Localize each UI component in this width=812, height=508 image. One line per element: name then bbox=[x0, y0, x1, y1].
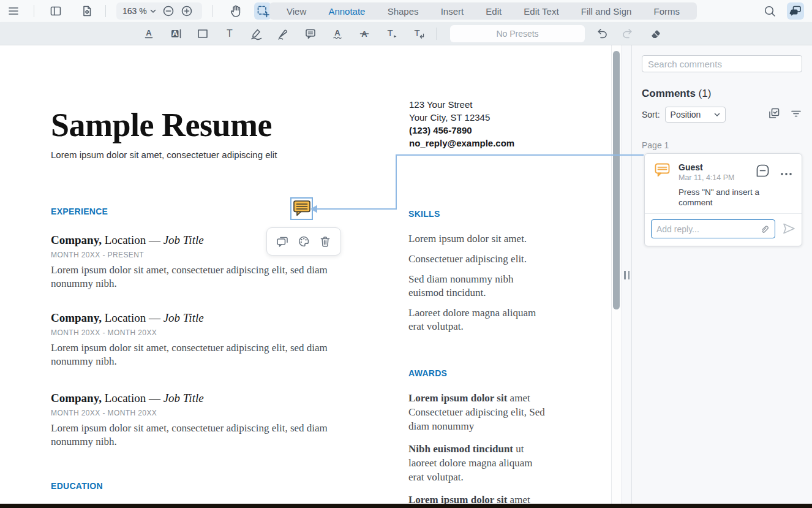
page-settings-button[interactable] bbox=[78, 2, 96, 20]
toolbar-divider bbox=[212, 5, 213, 17]
reply-box bbox=[651, 219, 775, 238]
entry-company: Company, bbox=[51, 233, 102, 246]
annotate-toolbar: A A T A A T T bbox=[0, 22, 812, 45]
pdf-editor-app: 163 % View Annotate Shapes Insert Edit E… bbox=[0, 0, 812, 508]
note-comment-button[interactable] bbox=[273, 232, 291, 251]
sort-value: Position bbox=[671, 110, 701, 119]
entry-body: Lorem ipsum dolor sit amet, consectetuer… bbox=[51, 263, 352, 290]
sort-label: Sort: bbox=[642, 110, 660, 119]
undo-button[interactable] bbox=[593, 25, 610, 42]
entry-location: Location — bbox=[102, 233, 164, 246]
tool-strikeout-button[interactable]: A bbox=[356, 25, 373, 42]
svg-text:T: T bbox=[414, 28, 419, 38]
resume-title: Sample Resume bbox=[51, 106, 272, 144]
panel-resize-gutter bbox=[621, 45, 631, 504]
tab-annotate[interactable]: Annotate bbox=[328, 6, 365, 17]
eraser-button[interactable] bbox=[647, 25, 664, 42]
comment-author: Guest bbox=[679, 162, 703, 172]
more-options-button[interactable] bbox=[780, 168, 793, 179]
tool-insert-text-button[interactable]: T bbox=[410, 25, 427, 42]
eraser-icon bbox=[648, 27, 662, 40]
skill-item: Lorem ipsum dolor sit amet. bbox=[408, 232, 542, 246]
contact-block: 123 Your Street Your City, ST 12345 (123… bbox=[409, 98, 514, 150]
zoom-in-button[interactable] bbox=[178, 2, 195, 20]
tool-highlighter-button[interactable] bbox=[248, 25, 265, 42]
delete-annotation-button[interactable] bbox=[316, 232, 334, 251]
tab-edit-text[interactable]: Edit Text bbox=[524, 6, 558, 17]
contact-email: no_reply@example.com bbox=[409, 137, 514, 150]
reply-input[interactable] bbox=[652, 224, 759, 234]
experience-entry: Company, Location — Job Title MONTH 20XX… bbox=[51, 391, 352, 449]
comments-panel: Comments (1) Sort: Position bbox=[631, 45, 812, 504]
tool-squiggly-button[interactable]: A bbox=[329, 25, 346, 42]
tab-forms[interactable]: Forms bbox=[653, 6, 680, 17]
attach-file-button[interactable] bbox=[759, 224, 775, 235]
filter-comments-button[interactable] bbox=[789, 107, 803, 123]
zoom-controls: 163 % bbox=[116, 2, 202, 20]
zoom-level-dropdown[interactable]: 163 % bbox=[120, 6, 159, 16]
trash-icon bbox=[318, 235, 332, 248]
comment-timestamp: Mar 11, 4:14 PM bbox=[679, 173, 734, 182]
tool-sticky-note-button[interactable] bbox=[302, 25, 319, 42]
tool-rectangle-button[interactable] bbox=[194, 25, 211, 42]
search-button[interactable] bbox=[761, 2, 778, 20]
marquee-select-icon bbox=[256, 4, 269, 18]
sidebar-toggle-button[interactable] bbox=[47, 2, 64, 20]
document-scrollbar bbox=[611, 45, 621, 504]
document-page[interactable]: Sample Resume Lorem ipsum dolor sit amet… bbox=[0, 45, 611, 504]
color-palette-button[interactable] bbox=[295, 232, 313, 251]
send-icon bbox=[781, 221, 797, 236]
marquee-select-button[interactable] bbox=[254, 2, 271, 20]
pan-tool-button[interactable] bbox=[228, 2, 245, 20]
tool-underline-button[interactable]: A bbox=[140, 25, 157, 42]
contact-street: 123 Your Street bbox=[409, 98, 514, 111]
comments-icon bbox=[789, 4, 802, 18]
entry-job-title: Job Title bbox=[164, 392, 204, 404]
sticky-note-icon bbox=[293, 200, 311, 218]
multi-select-comments-button[interactable] bbox=[767, 107, 781, 123]
free-text-icon: T bbox=[223, 27, 236, 40]
document-viewport: Sample Resume Lorem ipsum dolor sit amet… bbox=[0, 45, 812, 504]
tool-text-highlight-button[interactable]: A bbox=[167, 25, 184, 42]
comment-text: Press "N" and insert a comment bbox=[679, 187, 775, 208]
svg-text:A: A bbox=[146, 28, 152, 37]
strikethrough-text-icon: A bbox=[358, 27, 371, 40]
comment-card[interactable]: Guest Mar 11, 4:14 PM Press "N" and inse… bbox=[644, 153, 802, 246]
zoom-out-button[interactable] bbox=[160, 2, 177, 20]
tool-ink-button[interactable] bbox=[275, 25, 292, 42]
chevron-down-icon bbox=[714, 113, 720, 117]
resume-subtitle: Lorem ipsum dolor sit amet, consectetuer… bbox=[51, 150, 277, 160]
comments-panel-toggle[interactable] bbox=[787, 2, 804, 20]
hamburger-menu-button[interactable] bbox=[5, 2, 22, 20]
tab-insert[interactable]: Insert bbox=[441, 6, 464, 17]
comment-bubble-icon bbox=[276, 235, 289, 248]
ellipsis-icon bbox=[780, 172, 793, 176]
palette-icon bbox=[297, 235, 310, 248]
undo-icon bbox=[595, 27, 608, 40]
scrollbar-thumb[interactable] bbox=[613, 51, 620, 309]
redo-button[interactable] bbox=[620, 25, 637, 42]
comments-heading: Comments (1) bbox=[642, 88, 711, 100]
tab-shapes[interactable]: Shapes bbox=[388, 6, 419, 17]
presets-dropdown[interactable]: No Presets bbox=[450, 25, 585, 42]
entry-job-title: Job Title bbox=[164, 311, 204, 324]
tool-caret-button[interactable]: T bbox=[383, 25, 400, 42]
caret-text-icon: T bbox=[385, 27, 398, 40]
collapse-comment-button[interactable] bbox=[756, 164, 770, 180]
tab-fill-and-sign[interactable]: Fill and Sign bbox=[581, 6, 632, 17]
entry-job-title: Job Title bbox=[164, 233, 204, 246]
redo-icon bbox=[622, 27, 635, 40]
collapse-minus-icon bbox=[756, 164, 770, 178]
tab-view[interactable]: View bbox=[287, 6, 306, 17]
search-comments-input[interactable] bbox=[642, 55, 802, 72]
sidebar-panel-icon bbox=[49, 4, 62, 18]
toolbar-divider bbox=[34, 5, 34, 17]
tab-edit[interactable]: Edit bbox=[486, 6, 502, 17]
tool-free-text-button[interactable]: T bbox=[221, 25, 238, 42]
sort-dropdown[interactable]: Position bbox=[665, 107, 726, 123]
award-item-lead: Nibh euismod tincidunt bbox=[408, 443, 513, 455]
panel-resize-handle[interactable] bbox=[624, 271, 630, 279]
sticky-note-annotation[interactable] bbox=[290, 197, 313, 220]
entry-dates: MONTH 20XX - MONTH 20XX bbox=[51, 328, 352, 337]
send-reply-button[interactable] bbox=[781, 221, 797, 238]
